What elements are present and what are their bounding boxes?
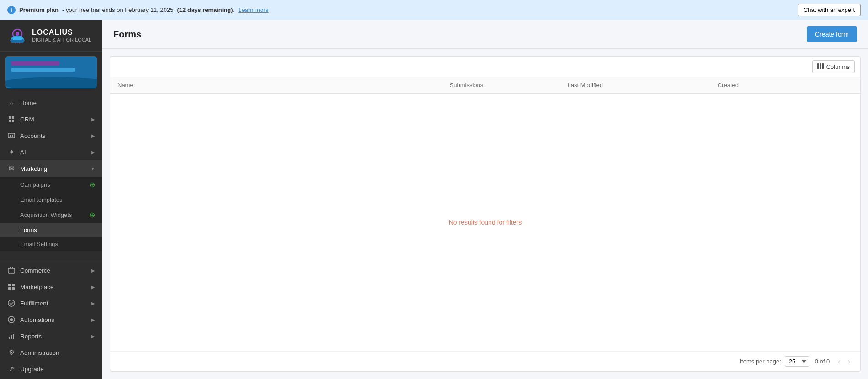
svg-rect-6 xyxy=(9,120,11,122)
page-nav: ‹ › xyxy=(835,357,853,367)
acquisition-widgets-label: Acquisition Widgets xyxy=(20,211,72,218)
crm-icon xyxy=(7,115,16,123)
sidebar-item-fulfillment-label: Fulfillment xyxy=(20,300,48,307)
svg-rect-3 xyxy=(13,37,22,40)
svg-rect-20 xyxy=(11,335,12,339)
commerce-chevron-icon: ▶ xyxy=(91,268,95,273)
svg-rect-7 xyxy=(12,120,14,122)
marketing-sub-nav: Campaigns ⊕ Email templates Acquisition … xyxy=(0,177,102,251)
chat-expert-button[interactable]: Chat with an expert xyxy=(798,4,861,16)
create-form-button[interactable]: Create form xyxy=(807,26,857,42)
sidebar-item-commerce-label: Commerce xyxy=(20,267,50,274)
sidebar-item-reports-label: Reports xyxy=(20,333,42,340)
table-head: Name Submissions Last Modified Created xyxy=(110,77,860,94)
accounts-icon xyxy=(7,132,16,140)
svg-rect-5 xyxy=(12,116,14,119)
svg-point-16 xyxy=(8,300,15,306)
ai-chevron-icon: ▶ xyxy=(91,150,95,155)
svg-rect-19 xyxy=(9,337,10,339)
learn-more-link[interactable]: Learn more xyxy=(238,6,268,13)
automations-chevron-icon: ▶ xyxy=(91,317,95,322)
marketing-chevron-icon: ▼ xyxy=(91,166,95,171)
administration-icon: ⚙ xyxy=(7,348,16,357)
svg-rect-14 xyxy=(8,287,11,290)
page-header: Forms Create form xyxy=(102,20,868,49)
sidebar-item-crm[interactable]: CRM ▶ xyxy=(0,111,102,127)
reports-chevron-icon: ▶ xyxy=(91,334,95,339)
sidebar-item-reports[interactable]: Reports ▶ xyxy=(0,328,102,344)
fulfillment-chevron-icon: ▶ xyxy=(91,301,95,306)
sidebar-item-fulfillment[interactable]: Fulfillment ▶ xyxy=(0,295,102,311)
sidebar-company-card[interactable] xyxy=(5,56,97,88)
ai-icon: ✦ xyxy=(7,148,16,156)
nav-section-bottom: Commerce ▶ Marketplace ▶ Fulfillment ▶ xyxy=(0,260,102,379)
sidebar-item-accounts[interactable]: Accounts ▶ xyxy=(0,127,102,144)
sidebar-item-acquisition-widgets[interactable]: Acquisition Widgets ⊕ xyxy=(0,207,102,223)
sidebar-item-email-settings[interactable]: Email Settings xyxy=(0,237,102,251)
commerce-icon xyxy=(7,266,16,274)
col-header-created: Created xyxy=(710,77,860,94)
svg-rect-10 xyxy=(12,135,13,137)
columns-icon xyxy=(817,63,824,70)
table-header-row: Name Submissions Last Modified Created xyxy=(110,77,860,94)
svg-rect-13 xyxy=(12,284,15,286)
acquisition-plus-icon: ⊕ xyxy=(89,211,95,219)
banner-plan-text: Premium plan xyxy=(19,6,59,13)
svg-rect-11 xyxy=(8,268,15,273)
automations-icon xyxy=(7,316,16,324)
svg-point-18 xyxy=(10,318,13,321)
sidebar-item-email-templates[interactable]: Email templates xyxy=(0,193,102,207)
next-page-button[interactable]: › xyxy=(845,357,853,367)
banner-message: i Premium plan - your free trial ends on… xyxy=(7,6,269,14)
sidebar-item-marketing-label: Marketing xyxy=(20,165,47,172)
svg-rect-8 xyxy=(8,133,15,138)
sidebar-item-commerce[interactable]: Commerce ▶ xyxy=(0,262,102,279)
company-bar-2 xyxy=(11,68,75,72)
col-header-last-modified: Last Modified xyxy=(560,77,710,94)
banner-trial-text: - your free trial ends on February 11, 2… xyxy=(62,6,174,13)
sidebar-item-ai[interactable]: ✦ AI ▶ xyxy=(0,144,102,160)
empty-state: No results found for filters xyxy=(110,94,860,351)
sidebar-item-upgrade[interactable]: ↗ Upgrade xyxy=(0,361,102,377)
page-count: 0 of 0 xyxy=(815,358,830,365)
svg-rect-15 xyxy=(12,287,15,290)
page-title: Forms xyxy=(113,29,141,40)
col-header-name: Name xyxy=(110,77,373,94)
email-settings-label: Email Settings xyxy=(20,241,58,247)
top-banner: i Premium plan - your free trial ends on… xyxy=(0,0,868,20)
items-per-page-section: Items per page: 10 25 50 100 xyxy=(740,356,809,367)
sidebar-logo: LOCALIUS DIGITAL & AI FOR LOCAL xyxy=(0,20,102,52)
logo-svg-icon xyxy=(7,26,27,46)
sidebar-item-administration[interactable]: ⚙ Administration xyxy=(0,344,102,361)
data-table: Name Submissions Last Modified Created xyxy=(110,77,860,94)
sidebar: LOCALIUS DIGITAL & AI FOR LOCAL ⌂ Home C… xyxy=(0,20,102,379)
marketing-icon: ✉ xyxy=(7,164,16,173)
sidebar-item-home-label: Home xyxy=(20,100,37,106)
sidebar-item-home[interactable]: ⌂ Home xyxy=(0,95,102,111)
prev-page-button[interactable]: ‹ xyxy=(835,357,843,367)
table-toolbar: Columns xyxy=(110,57,860,77)
logo-sub: DIGITAL & AI FOR LOCAL xyxy=(32,37,91,43)
banner-days-remaining: (12 days remaining). xyxy=(177,6,235,13)
upgrade-icon: ↗ xyxy=(7,365,16,373)
main-layout: LOCALIUS DIGITAL & AI FOR LOCAL ⌂ Home C… xyxy=(0,20,868,379)
email-templates-label: Email templates xyxy=(20,196,62,203)
sidebar-item-forms[interactable]: Forms xyxy=(0,223,102,237)
per-page-select[interactable]: 10 25 50 100 xyxy=(785,356,809,367)
items-per-page-label: Items per page: xyxy=(740,358,781,365)
sidebar-item-marketplace[interactable]: Marketplace ▶ xyxy=(0,279,102,295)
columns-button[interactable]: Columns xyxy=(812,60,855,73)
nav-section-main: ⌂ Home CRM ▶ Accounts ▶ ✦ AI ▶ xyxy=(0,93,102,253)
sidebar-item-administration-label: Administration xyxy=(20,349,59,356)
sidebar-item-campaigns[interactable]: Campaigns ⊕ xyxy=(0,177,102,193)
sidebar-item-crm-label: CRM xyxy=(20,116,34,123)
sidebar-item-automations[interactable]: Automations ▶ xyxy=(0,311,102,328)
fulfillment-icon xyxy=(7,299,16,307)
sidebar-item-marketing[interactable]: ✉ Marketing ▼ xyxy=(0,160,102,177)
content-area: Forms Create form Columns Name Subm xyxy=(102,20,868,379)
svg-rect-24 xyxy=(822,63,824,69)
svg-rect-4 xyxy=(9,116,11,119)
svg-rect-23 xyxy=(820,63,821,69)
campaigns-label: Campaigns xyxy=(20,181,50,188)
home-icon: ⌂ xyxy=(7,99,16,107)
